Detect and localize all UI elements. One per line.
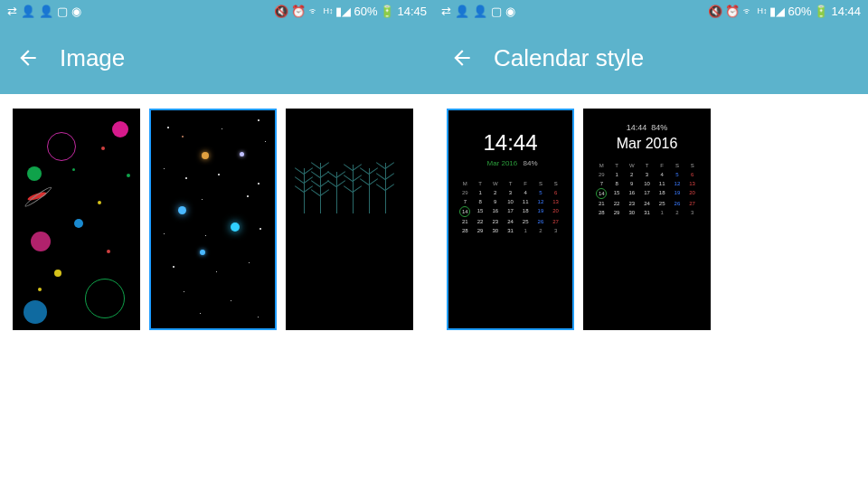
dow: T	[639, 163, 655, 168]
status-right-icons: 🔇 ⏰ ᯤ H↕ ▮◢ 60% 🔋 14:44	[708, 5, 861, 18]
preview-battery: 84%	[651, 123, 667, 132]
dow: S	[684, 163, 700, 168]
preview-clock-line: 14:44 84%	[585, 123, 709, 132]
dow: T	[503, 181, 518, 186]
alarm-icon: ⏰	[291, 5, 306, 18]
mute-icon: 🔇	[708, 5, 722, 18]
dow: M	[458, 181, 473, 186]
dow: W	[624, 163, 639, 168]
panel-image: ⇄ 👤 👤 ▢ ◉ 🔇 ⏰ ᯤ H↕ ▮◢ 60% 🔋 14:45 Image	[0, 0, 434, 483]
wifi-icon: ᯤ	[308, 5, 320, 18]
title-bar: Image	[0, 22, 434, 94]
preview-calendar: M T W T F S S 29123456 78910111213 14151…	[594, 163, 700, 217]
page-title: Calendar style	[494, 44, 644, 72]
status-left-icons: ⇄ 👤 👤 ▢ ◉	[441, 5, 515, 18]
preview-clock: 14:44	[448, 130, 572, 156]
clock-text: 14:45	[397, 5, 427, 18]
person-icon-2: 👤	[473, 5, 487, 18]
dow: S	[533, 181, 549, 186]
alarm-icon: ⏰	[725, 5, 740, 18]
dow: F	[655, 163, 670, 168]
preview-calendar: M T W T F S S 29123456 78910111213 14151…	[458, 181, 563, 235]
dow: M	[594, 163, 609, 168]
calendar-option-large-clock[interactable]: 14:44 Mar 2016 84% M T W T F S S 2912345…	[447, 109, 574, 330]
back-button[interactable]	[450, 46, 474, 70]
image-option-planets[interactable]	[13, 109, 140, 330]
calendar-option-small-clock[interactable]: 14:44 84% Mar 2016 M T W T F S S 2912345…	[583, 109, 711, 330]
preview-month-line: Mar 2016 84%	[448, 159, 572, 167]
person-icon-2: 👤	[39, 5, 53, 18]
picture-icon: ▢	[491, 5, 502, 18]
sync-icon: ◉	[505, 5, 515, 18]
image-grid	[0, 94, 434, 345]
dow: S	[670, 163, 685, 168]
preview-month: Mar 2016	[585, 136, 709, 152]
battery-icon: 🔋	[380, 5, 394, 18]
preview-month: Mar 2016	[486, 159, 517, 167]
battery-text: 60%	[788, 5, 811, 18]
preview-clock: 14:44	[627, 123, 647, 132]
image-option-trees[interactable]	[286, 109, 413, 330]
nfc-icon: ⇄	[7, 5, 17, 18]
image-option-stars[interactable]	[149, 109, 277, 330]
dow: S	[548, 181, 563, 186]
mute-icon: 🔇	[274, 5, 288, 18]
sync-icon: ◉	[71, 5, 81, 18]
signal-icon: ▮◢	[335, 5, 351, 18]
nfc-icon: ⇄	[441, 5, 451, 18]
dow: T	[473, 181, 488, 186]
status-bar: ⇄ 👤 👤 ▢ ◉ 🔇 ⏰ ᯤ H↕ ▮◢ 60% 🔋 14:44	[434, 0, 868, 22]
data-icon: H↕	[757, 6, 767, 15]
status-bar: ⇄ 👤 👤 ▢ ◉ 🔇 ⏰ ᯤ H↕ ▮◢ 60% 🔋 14:45	[0, 0, 434, 22]
title-bar: Calendar style	[434, 22, 868, 94]
dow: F	[518, 181, 533, 186]
picture-icon: ▢	[57, 5, 68, 18]
person-icon: 👤	[21, 5, 35, 18]
status-left-icons: ⇄ 👤 👤 ▢ ◉	[7, 5, 81, 18]
wifi-icon: ᯤ	[742, 5, 754, 18]
battery-icon: 🔋	[814, 5, 828, 18]
calendar-grid: 14:44 Mar 2016 84% M T W T F S S 2912345…	[434, 94, 868, 345]
data-icon: H↕	[323, 6, 333, 15]
person-icon: 👤	[455, 5, 469, 18]
preview-battery: 84%	[524, 159, 538, 167]
signal-icon: ▮◢	[769, 5, 785, 18]
dow: T	[609, 163, 625, 168]
status-right-icons: 🔇 ⏰ ᯤ H↕ ▮◢ 60% 🔋 14:45	[274, 5, 427, 18]
dow: W	[487, 181, 503, 186]
page-title: Image	[60, 44, 125, 72]
panel-calendar-style: ⇄ 👤 👤 ▢ ◉ 🔇 ⏰ ᯤ H↕ ▮◢ 60% 🔋 14:44 Calend…	[434, 0, 868, 483]
clock-text: 14:44	[831, 5, 861, 18]
battery-text: 60%	[354, 5, 377, 18]
back-button[interactable]	[16, 46, 40, 70]
